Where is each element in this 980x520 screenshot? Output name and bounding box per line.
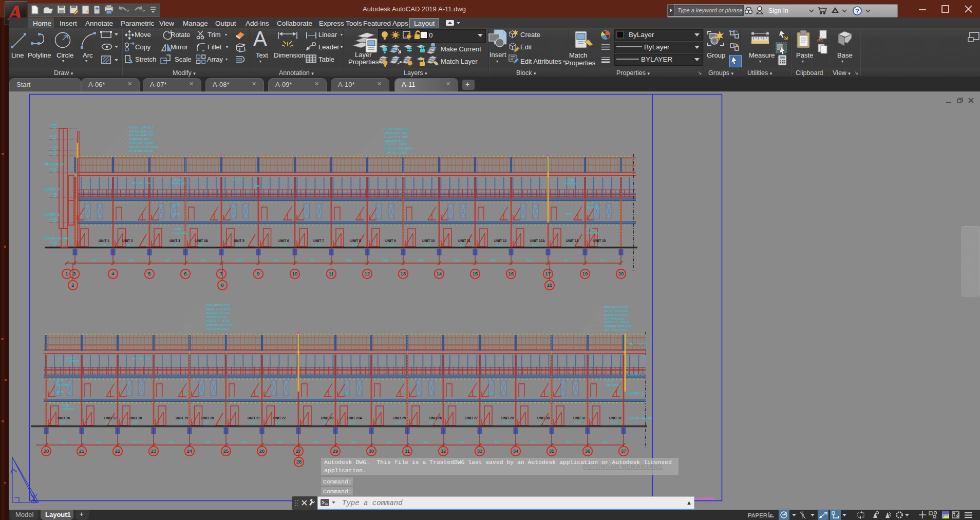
- svg-text:16: 16: [508, 271, 514, 276]
- svg-text:+8.30: +8.30: [49, 134, 58, 138]
- svg-text:+3.15: +3.15: [62, 404, 69, 407]
- svg-text:DINDING SOPI-SOPI: DINDING SOPI-SOPI: [206, 323, 235, 326]
- svg-text:+5.75: +5.75: [56, 391, 64, 394]
- svg-text:+0.40: +0.40: [171, 244, 178, 247]
- svg-text:12: 12: [365, 271, 370, 276]
- svg-text:27: 27: [296, 448, 301, 454]
- svg-text:LANTAI -1: LANTAI -1: [628, 392, 644, 395]
- svg-text:18: 18: [547, 282, 553, 288]
- svg-text:GORDING 8/12: GORDING 8/12: [206, 315, 227, 319]
- svg-text:+0.40: +0.40: [249, 421, 256, 424]
- svg-text:UNIT 29: UNIT 29: [501, 416, 514, 420]
- svg-text:BYLAYER: BYLAYER: [641, 55, 673, 63]
- svg-text:PLAFOND GRNG: PLAFOND GRNG: [129, 150, 154, 153]
- svg-text:+0.40: +0.40: [467, 421, 474, 424]
- svg-text:28: 28: [296, 459, 302, 465]
- svg-text:+0.40: +0.40: [177, 421, 184, 424]
- svg-text:31: 31: [405, 448, 410, 454]
- svg-text:KASO 5/7 - 50CM: KASO 5/7 - 50CM: [604, 321, 628, 324]
- svg-text:+0.40: +0.40: [235, 244, 242, 247]
- svg-text:+10.28: +10.28: [172, 178, 181, 181]
- svg-text:500: 500: [201, 259, 206, 262]
- svg-text:+0.40: +0.40: [124, 244, 130, 247]
- svg-text:+7.70: +7.70: [49, 145, 58, 148]
- svg-text:PLAFOND GRNG: PLAFOND GRNG: [384, 151, 408, 154]
- svg-text:PAPAN NOK 2/15: PAPAN NOK 2/15: [206, 308, 230, 311]
- svg-text:LANTAI DASAR: LANTAI DASAR: [44, 236, 69, 240]
- svg-text:UNIT 27: UNIT 27: [465, 416, 478, 420]
- svg-text:PAPAN NOK 2/15: PAPAN NOK 2/15: [384, 132, 407, 135]
- svg-text:34: 34: [513, 448, 519, 454]
- svg-text:500: 500: [531, 441, 537, 444]
- svg-text:+8.60: +8.60: [173, 203, 180, 206]
- svg-text:RING BALOK: RING BALOK: [628, 342, 649, 346]
- svg-text:KUDA-KUDA 8/12: KUDA-KUDA 8/12: [384, 127, 408, 131]
- svg-text:UNIT 15: UNIT 15: [593, 239, 606, 243]
- svg-text:500: 500: [128, 259, 134, 262]
- svg-text:500: 500: [241, 441, 247, 444]
- svg-text:36: 36: [585, 448, 591, 454]
- svg-text:500: 500: [314, 441, 320, 444]
- svg-text:+5.25: +5.25: [586, 228, 593, 231]
- svg-text:11: 11: [329, 271, 334, 276]
- svg-text:UNIT 3: UNIT 3: [169, 239, 180, 243]
- svg-text:+8.80: +8.80: [49, 123, 58, 126]
- svg-text:PLAFOND: PLAFOND: [565, 182, 578, 185]
- svg-text:500: 500: [387, 441, 392, 444]
- svg-text:+6.20: +6.20: [49, 166, 58, 170]
- svg-text:PLAFOND: PLAFOND: [172, 182, 185, 185]
- svg-text:UNIT 25: UNIT 25: [393, 416, 406, 420]
- svg-text:KASO 5/7 - 50CM: KASO 5/7 - 50CM: [384, 143, 408, 146]
- svg-text:+0.40: +0.40: [431, 421, 438, 424]
- svg-text:RING BALOK 8/12: RING BALOK 8/12: [604, 306, 629, 309]
- svg-text:500: 500: [527, 259, 533, 262]
- svg-text:UNIT 31: UNIT 31: [573, 416, 586, 420]
- svg-text:PLAFOND GRNG: PLAFOND GRNG: [206, 327, 230, 330]
- svg-text:SB: SB: [255, 184, 259, 188]
- svg-text:BALOK ATAP 8/12: BALOK ATAP 8/12: [206, 311, 231, 314]
- svg-text:+0.40: +0.40: [349, 421, 355, 424]
- svg-text:PLAFOND: PLAFOND: [174, 231, 187, 234]
- svg-text:+0.40: +0.40: [275, 421, 281, 424]
- svg-text:+9.45: +9.45: [66, 356, 73, 359]
- svg-text:GORDING 8/12: GORDING 8/12: [604, 317, 625, 320]
- svg-text:BALOK ATAP 8/12: BALOK ATAP 8/12: [384, 135, 408, 138]
- svg-text:UNIT 8: UNIT 8: [350, 239, 361, 243]
- svg-text:UNIT 20: UNIT 20: [201, 416, 214, 420]
- svg-text:UNIT 9: UNIT 9: [385, 239, 396, 243]
- svg-text:25: 25: [223, 448, 229, 454]
- svg-text:24: 24: [187, 448, 193, 454]
- svg-text:UNIT 30: UNIT 30: [537, 416, 550, 420]
- svg-text:500: 500: [347, 259, 352, 262]
- svg-text:20: 20: [618, 271, 624, 276]
- svg-text:LANTAI DASAR: LANTAI DASAR: [628, 416, 653, 420]
- svg-text:Sign In: Sign In: [768, 7, 788, 14]
- svg-text:UNIT 13: UNIT 13: [566, 239, 579, 243]
- svg-text:13: 13: [401, 271, 406, 276]
- svg-text:23: 23: [151, 448, 157, 454]
- svg-text:8: 8: [221, 282, 223, 288]
- svg-text:BALOK ATAP 8/12: BALOK ATAP 8/12: [604, 313, 629, 317]
- svg-text:KUDA-KUDA 8/12: KUDA-KUDA 8/12: [206, 304, 230, 307]
- svg-text:33: 33: [477, 448, 483, 454]
- svg-text:+0.40: +0.40: [203, 421, 210, 424]
- svg-text:+0.40: +0.40: [323, 421, 329, 424]
- svg-text:UNIT 22: UNIT 22: [273, 416, 286, 420]
- svg-text:500: 500: [600, 259, 606, 262]
- svg-text:+0.40: +0.40: [352, 244, 359, 247]
- svg-text:UNIT 23A: UNIT 23A: [347, 416, 362, 420]
- svg-text:LANTAI -2: LANTAI -2: [628, 373, 644, 376]
- svg-text:500: 500: [205, 441, 211, 444]
- svg-text:DINDING SOPI-SOPI: DINDING SOPI-SOPI: [384, 147, 412, 150]
- svg-text:500: 500: [459, 441, 464, 444]
- svg-text:500: 500: [603, 441, 609, 444]
- svg-text:500: 500: [383, 259, 388, 262]
- svg-text:KASO 5/7 - 50CM: KASO 5/7 - 50CM: [206, 319, 230, 322]
- svg-text:UNIT 17: UNIT 17: [104, 416, 117, 420]
- svg-text:+0.40: +0.40: [503, 421, 510, 424]
- svg-text:+0.40: +0.40: [106, 421, 112, 424]
- svg-text:3: 3: [73, 271, 76, 276]
- svg-text:+0.40: +0.40: [539, 421, 545, 424]
- svg-text:+8.60: +8.60: [173, 213, 180, 216]
- svg-text:PLAFOND: PLAFOND: [55, 383, 69, 386]
